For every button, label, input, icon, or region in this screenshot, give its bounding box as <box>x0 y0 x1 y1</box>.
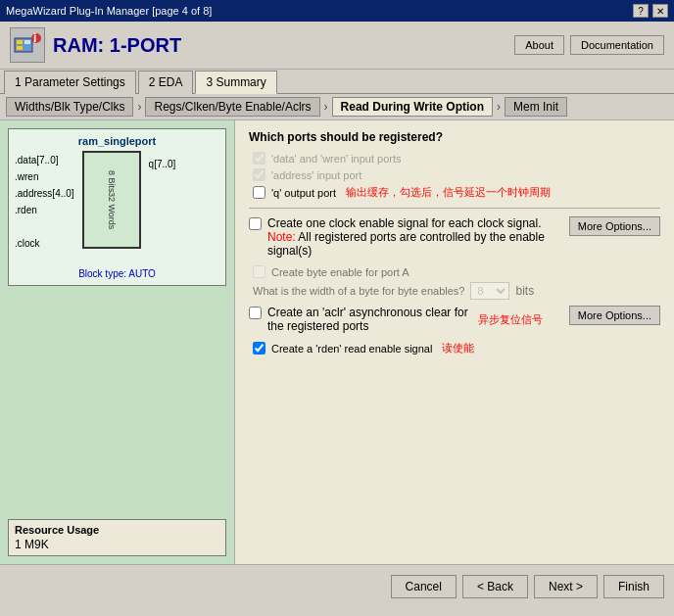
divider-1 <box>249 208 660 209</box>
tab-num-1: 1 <box>15 75 24 89</box>
label-rden: Create a 'rden' read enable signal <box>271 343 432 355</box>
rden-annotation: 读使能 <box>442 341 474 355</box>
block-label-words: 32 Words <box>107 192 117 229</box>
svg-rect-2 <box>17 46 23 50</box>
block-type-label: Block type: AUTO <box>15 268 219 279</box>
tab-label-1: Parameter Settings <box>24 75 125 89</box>
section-question: Which ports should be registered? <box>249 130 660 144</box>
clock-enable-line2: All registered ports are controlled by t… <box>267 230 545 258</box>
tab-label-3: Summary <box>216 75 265 89</box>
schematic-title: ram_singleport <box>15 135 219 147</box>
schematic-body: .data[7..0] .wren .address[4..0] .rden .… <box>15 151 219 268</box>
port-q: q[7..0] <box>149 159 176 169</box>
checkbox-byte-enable <box>253 265 265 278</box>
breadcrumb-bar: Widths/Blk Type/Clks › Regs/Clken/Byte E… <box>0 94 674 120</box>
title-bar-buttons: ? ✕ <box>633 4 668 18</box>
resource-value: 1 M9K <box>15 538 219 551</box>
clock-enable-text: Create one clock enable signal for each … <box>267 216 561 258</box>
port-rden: .rden <box>15 205 74 215</box>
help-button[interactable]: ? <box>633 4 649 18</box>
clock-more-options-button[interactable]: More Options... <box>569 216 660 236</box>
checkbox-rden-row: Create a 'rden' read enable signal 读使能 <box>249 341 660 355</box>
label-q: 'q' output port <box>271 187 336 199</box>
byte-width-row: What is the width of a byte for byte ena… <box>249 282 660 300</box>
label-byte-enable: Create byte enable for port A <box>271 266 409 278</box>
main-content: ram_singleport .data[7..0] .wren .addres… <box>0 120 674 564</box>
next-button[interactable]: Next > <box>534 575 598 598</box>
aclr-line1: Create an 'aclr' asynchronous clear for <box>267 306 468 319</box>
breadcrumb-regs-label: Regs/Clken/Byte Enable/Aclrs <box>154 100 311 114</box>
byte-width-label: What is the width of a byte for byte ena… <box>253 285 464 297</box>
aclr-annotation: 异步复位信号 <box>478 312 543 327</box>
title-bar-text: MegaWizard Plug-In Manager [page 4 of 8] <box>6 5 212 17</box>
label-data-wren: 'data' and 'wren' input ports <box>271 153 402 165</box>
svg-text:i: i <box>33 31 36 45</box>
schematic-box: ram_singleport .data[7..0] .wren .addres… <box>8 128 226 286</box>
checkbox-q[interactable] <box>253 186 265 199</box>
tab-num-3: 3 <box>206 75 216 89</box>
breadcrumb-arrow-3: › <box>497 100 501 114</box>
checkbox-data-wren <box>253 152 265 165</box>
tab-label-2: EDA <box>159 75 183 89</box>
schematic-ports-left: .data[7..0] .wren .address[4..0] .rden .… <box>15 151 74 268</box>
back-button[interactable]: < Back <box>462 575 528 598</box>
header-area: i RAM: 1-PORT About Documentation <box>0 22 674 70</box>
header-buttons: About Documentation <box>514 35 664 55</box>
page-title: RAM: 1-PORT <box>53 34 181 57</box>
breadcrumb-rdwr[interactable]: Read During Write Option <box>332 97 493 117</box>
byte-width-unit: bits <box>515 284 534 298</box>
close-button[interactable]: ✕ <box>652 4 668 18</box>
port-spacer <box>15 221 74 232</box>
breadcrumb-arrow-1: › <box>137 100 141 114</box>
port-address: .address[4..0] <box>15 188 74 199</box>
tab-summary[interactable]: 3 Summary <box>195 71 276 94</box>
left-panel: ram_singleport .data[7..0] .wren .addres… <box>0 120 235 564</box>
bottom-bar: Cancel < Back Next > Finish <box>0 564 674 607</box>
checkbox-byte-enable-row: Create byte enable for port A <box>249 265 660 278</box>
tab-bar: 1 Parameter Settings 2 EDA 3 Summary <box>0 70 674 94</box>
checkbox-q-row: 'q' output port 输出缓存，勾选后，信号延迟一个时钟周期 <box>249 185 660 200</box>
breadcrumb-arrow-2: › <box>324 100 328 114</box>
port-clock: .clock <box>15 238 74 249</box>
title-bar: MegaWizard Plug-In Manager [page 4 of 8]… <box>0 0 674 22</box>
tab-parameter-settings[interactable]: 1 Parameter Settings <box>4 71 136 94</box>
svg-rect-3 <box>24 40 30 44</box>
aclr-line2: the registered ports <box>267 319 468 333</box>
port-data: .data[7..0] <box>15 155 74 166</box>
breadcrumb-widths-label: Widths/Blk Type/Clks <box>15 100 124 114</box>
breadcrumb-meminit-label: Mem Init <box>513 100 558 114</box>
clock-enable-line1: Create one clock enable signal for each … <box>267 216 561 230</box>
tab-num-2: 2 <box>149 75 159 89</box>
documentation-button[interactable]: Documentation <box>570 35 664 55</box>
cancel-button[interactable]: Cancel <box>391 575 457 598</box>
aclr-text: Create an 'aclr' asynchronous clear for … <box>267 306 468 333</box>
svg-rect-1 <box>17 40 23 44</box>
label-address: 'address' input port <box>271 169 361 181</box>
note-label: Note: <box>267 230 298 244</box>
app-icon: i <box>10 27 45 63</box>
block-label-bits: 8 Bits <box>107 170 117 193</box>
clock-enable-note: Note: All registered ports are controlle… <box>267 230 561 258</box>
checkbox-clock-enable[interactable] <box>249 217 262 230</box>
finish-button[interactable]: Finish <box>603 575 664 598</box>
about-button[interactable]: About <box>514 35 564 55</box>
breadcrumb-regs[interactable]: Regs/Clken/Byte Enable/Aclrs <box>145 97 319 117</box>
resource-section: Resource Usage 1 M9K <box>8 519 226 556</box>
breadcrumb-widths[interactable]: Widths/Blk Type/Clks <box>6 97 133 117</box>
breadcrumb-meminit[interactable]: Mem Init <box>505 97 567 117</box>
port-wren: .wren <box>15 171 74 182</box>
byte-width-select: 8 <box>470 282 509 300</box>
q-annotation: 输出缓存，勾选后，信号延迟一个时钟周期 <box>346 185 551 200</box>
aclr-more-options-button[interactable]: More Options... <box>569 306 660 325</box>
tab-eda[interactable]: 2 EDA <box>138 71 194 94</box>
checkbox-address <box>253 168 265 181</box>
breadcrumb-rdwr-label: Read During Write Option <box>341 100 484 114</box>
schematic-ports-right: q[7..0] <box>149 151 176 268</box>
checkbox-rden[interactable] <box>253 342 265 355</box>
checkbox-address-row: 'address' input port <box>249 168 660 181</box>
app-icon-title: i RAM: 1-PORT <box>10 27 181 63</box>
right-panel: Which ports should be registered? 'data'… <box>235 120 674 564</box>
checkbox-data-wren-row: 'data' and 'wren' input ports <box>249 152 660 165</box>
checkbox-aclr[interactable] <box>249 307 262 319</box>
schematic-block: 8 Bits 32 Words <box>82 151 141 249</box>
